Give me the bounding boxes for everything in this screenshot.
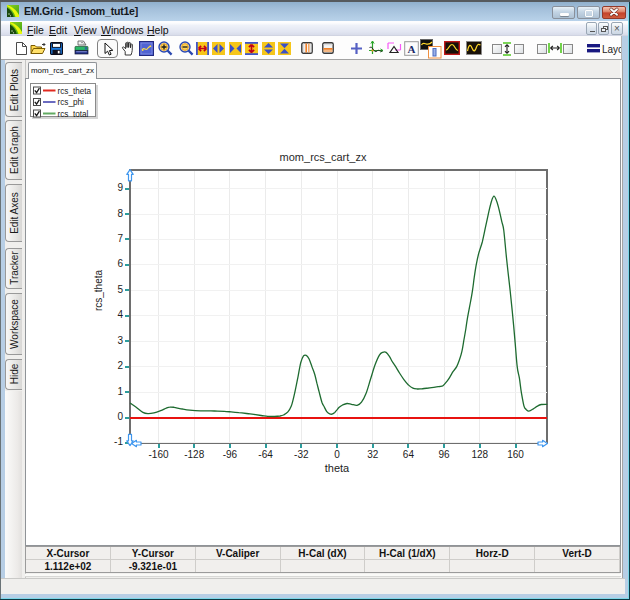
svg-text:rcs_phi: rcs_phi xyxy=(58,98,85,107)
svg-text:rcs_theta: rcs_theta xyxy=(58,87,92,96)
svg-text:rcs_total: rcs_total xyxy=(58,110,89,119)
